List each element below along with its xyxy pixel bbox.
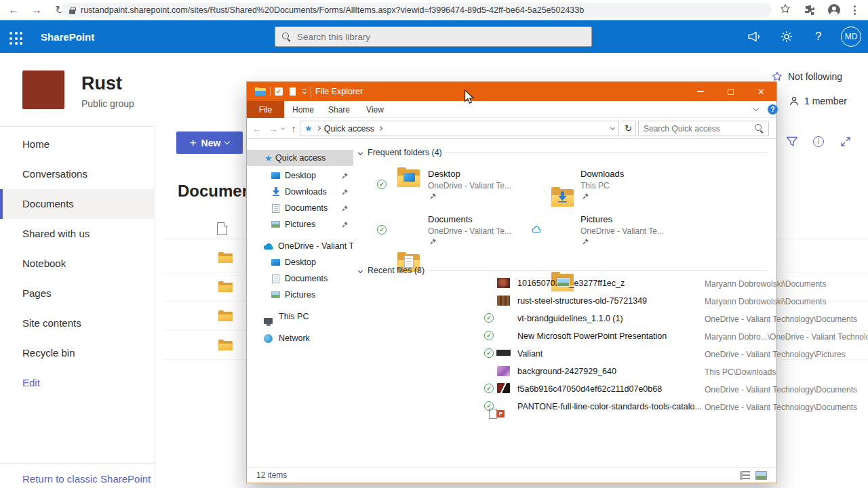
sidebar-item-documents[interactable]: Documents bbox=[0, 189, 155, 219]
nav-up-icon[interactable]: ↑ bbox=[286, 118, 301, 139]
help-icon[interactable]: ? bbox=[815, 30, 821, 43]
sidebar-item-site-contents[interactable]: Site contents bbox=[0, 308, 155, 338]
divider bbox=[270, 87, 271, 96]
explorer-search-input[interactable] bbox=[644, 124, 751, 134]
browser-profile-icon[interactable] bbox=[827, 3, 841, 20]
megaphone-icon[interactable] bbox=[747, 31, 762, 45]
breadcrumb-chevron-icon[interactable] bbox=[316, 126, 321, 131]
tree-item-label: Desktop bbox=[285, 171, 316, 180]
browser-forward-icon[interactable]: → bbox=[30, 3, 43, 17]
download-arrow-icon bbox=[272, 187, 280, 198]
browser-menu-icon[interactable] bbox=[854, 5, 856, 15]
sidebar-item-pages[interactable]: Pages bbox=[0, 279, 155, 308]
file-path: Maryann Dobrowolski\Documents bbox=[705, 279, 826, 289]
library-search-input[interactable] bbox=[297, 32, 585, 42]
tree-item-quick-access[interactable]: ★ Quick access bbox=[247, 150, 353, 166]
sidebar-item-notebook[interactable]: Notebook bbox=[0, 249, 155, 279]
tab-file[interactable]: File bbox=[247, 101, 284, 118]
sync-ok-icon bbox=[484, 313, 494, 323]
follow-label: Not following bbox=[788, 71, 842, 82]
tab-home[interactable]: Home bbox=[288, 101, 319, 118]
customize-toolbar-chevron-icon[interactable] bbox=[302, 89, 307, 94]
minimize-button[interactable] bbox=[685, 82, 715, 101]
sidebar-item-home[interactable]: Home bbox=[0, 129, 155, 159]
tab-view[interactable]: View bbox=[359, 101, 391, 118]
sidebar-item-shared-with-us[interactable]: Shared with us bbox=[0, 219, 155, 249]
quick-access-star-icon: ★ bbox=[304, 124, 313, 133]
nav-forward-icon[interactable]: → bbox=[266, 118, 281, 139]
details-view-icon[interactable] bbox=[740, 471, 750, 480]
file-name: Valiant bbox=[517, 349, 542, 359]
app-launcher-icon[interactable] bbox=[9, 32, 22, 45]
bookmark-star-icon[interactable] bbox=[778, 3, 792, 17]
ribbon-help-icon[interactable] bbox=[768, 104, 778, 115]
members-label: 1 member bbox=[804, 96, 847, 106]
sidebar-item-recycle-bin[interactable]: Recycle bin bbox=[0, 338, 155, 368]
browser-address-bar[interactable]: rustandpaint.sharepoint.com/sites/Rust/S… bbox=[61, 3, 772, 18]
divider bbox=[311, 87, 311, 96]
tree-item-desktop[interactable]: Desktop bbox=[247, 167, 353, 184]
tree-item-onedrive-documents[interactable]: Documents bbox=[247, 270, 353, 287]
recent-files-header[interactable]: Recent files (8) bbox=[359, 266, 425, 275]
follow-button[interactable]: Not following bbox=[772, 71, 842, 82]
thumbnail-view-icon[interactable] bbox=[755, 471, 767, 480]
new-button[interactable]: + New bbox=[176, 131, 243, 154]
avatar[interactable]: MD bbox=[841, 26, 861, 47]
properties-icon[interactable] bbox=[275, 87, 283, 96]
collapse-chevron-icon[interactable] bbox=[358, 150, 363, 155]
sync-ok-icon bbox=[484, 331, 494, 340]
library-search-box[interactable] bbox=[275, 26, 592, 47]
file-path: Maryann Dobro...\OneDrive - Valiant Tech… bbox=[705, 332, 868, 342]
sidebar-item-conversations[interactable]: Conversations bbox=[0, 159, 155, 189]
extensions-puzzle-icon[interactable] bbox=[804, 5, 815, 18]
file-explorer-window: File Explorer ✕ File Home Share View ← →… bbox=[246, 81, 777, 483]
plus-icon: + bbox=[190, 136, 197, 150]
file-type-column-icon[interactable] bbox=[217, 222, 227, 235]
monitor-icon bbox=[271, 172, 280, 179]
expand-icon[interactable] bbox=[840, 136, 851, 150]
breadcrumb-chevron-icon[interactable] bbox=[378, 126, 382, 131]
filter-icon[interactable] bbox=[786, 136, 798, 150]
tree-item-onedrive-pictures[interactable]: Pictures bbox=[247, 287, 353, 303]
follow-star-icon bbox=[772, 71, 783, 82]
site-logo[interactable] bbox=[22, 70, 64, 109]
refresh-icon[interactable]: ↻ bbox=[621, 121, 636, 136]
tree-item-this-pc[interactable]: This PC bbox=[247, 308, 353, 325]
tree-item-documents[interactable]: Documents bbox=[247, 200, 353, 216]
tab-share[interactable]: Share bbox=[323, 101, 355, 118]
address-breadcrumb-bar[interactable]: ★ Quick access bbox=[300, 121, 619, 136]
explorer-search-box[interactable] bbox=[638, 121, 769, 136]
members-button[interactable]: 1 member bbox=[789, 96, 847, 106]
tree-item-label: Pictures bbox=[285, 290, 315, 300]
info-icon[interactable] bbox=[813, 136, 824, 147]
tree-item-downloads[interactable]: Downloads bbox=[247, 184, 353, 200]
tree-item-onedrive-desktop[interactable]: Desktop bbox=[247, 254, 353, 270]
breadcrumb-location[interactable]: Quick access bbox=[324, 124, 374, 134]
tile-location: OneDrive - Valiant Te... bbox=[428, 181, 511, 190]
pin-icon bbox=[429, 192, 437, 200]
frequent-folders-header[interactable]: Frequent folders (4) bbox=[359, 148, 442, 157]
tree-item-pictures[interactable]: Pictures bbox=[247, 216, 353, 232]
close-button[interactable]: ✕ bbox=[746, 82, 776, 101]
return-to-classic-link[interactable]: Return to classic SharePoint bbox=[0, 463, 154, 485]
tree-item-network[interactable]: Network bbox=[247, 330, 353, 346]
settings-gear-icon[interactable] bbox=[781, 30, 793, 45]
nav-history-chevron-icon[interactable] bbox=[281, 126, 285, 130]
url-text[interactable]: rustandpaint.sharepoint.com/sites/Rust/S… bbox=[81, 5, 584, 15]
tree-item-onedrive[interactable]: OneDrive - Valiant Tec bbox=[247, 238, 353, 254]
collapse-chevron-icon[interactable] bbox=[358, 268, 363, 272]
document-icon bbox=[272, 204, 279, 213]
maximize-button[interactable] bbox=[715, 82, 746, 101]
sharepoint-brand[interactable]: SharePoint bbox=[41, 31, 94, 43]
computer-icon bbox=[264, 318, 273, 324]
address-dropdown-chevron-icon[interactable] bbox=[610, 125, 615, 130]
folder-icon bbox=[218, 281, 233, 292]
sidebar-item-edit[interactable]: Edit bbox=[0, 368, 155, 398]
explorer-statusbar: 12 items bbox=[247, 467, 776, 483]
browser-back-icon[interactable]: ← bbox=[7, 3, 20, 17]
nav-back-icon[interactable]: ← bbox=[250, 118, 264, 139]
new-folder-icon[interactable] bbox=[290, 87, 296, 96]
explorer-titlebar[interactable]: File Explorer ✕ bbox=[247, 82, 776, 101]
pin-icon bbox=[341, 205, 349, 212]
ribbon-collapse-chevron-icon[interactable] bbox=[753, 106, 759, 111]
